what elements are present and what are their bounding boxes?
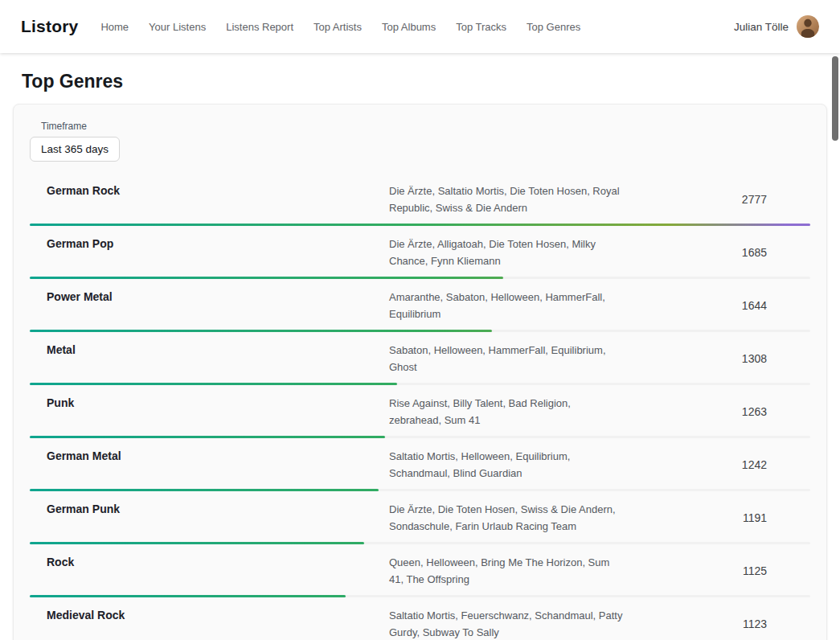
genre-artists: Saltatio Mortis, Feuerschwanz, Schandmau… <box>389 607 624 640</box>
genre-bar-fill <box>30 489 379 491</box>
genre-name: Metal <box>30 342 389 356</box>
page-scrollbar-thumb[interactable] <box>832 56 838 141</box>
genre-row-content: Power Metal Amaranthe, Sabaton, Hellowee… <box>30 289 810 322</box>
nav-item-top-albums[interactable]: Top Albums <box>382 21 436 33</box>
genre-row-german-metal: German Metal Saltatio Mortis, Helloween,… <box>30 448 810 491</box>
listen-count: 1263 <box>666 405 810 418</box>
genre-artists: Die Ärzte, Saltatio Mortis, Die Toten Ho… <box>389 183 624 216</box>
nav-item-your-listens[interactable]: Your Listens <box>149 21 206 33</box>
user-menu[interactable]: Julian Tölle <box>734 15 819 38</box>
genre-name: German Rock <box>30 183 389 197</box>
genre-bar-fill <box>30 224 810 226</box>
listen-count: 1685 <box>666 246 810 259</box>
genre-bar-track <box>30 489 810 491</box>
genre-bar-track <box>30 542 810 544</box>
genre-artists: Sabaton, Helloween, HammerFall, Equilibr… <box>389 342 624 375</box>
genre-row-content: Punk Rise Against, Billy Talent, Bad Rel… <box>30 395 810 429</box>
genre-artists: Die Ärzte, Alligatoah, Die Toten Hosen, … <box>389 236 624 269</box>
genre-row-punk: Punk Rise Against, Billy Talent, Bad Rel… <box>30 395 810 438</box>
genre-bar-track <box>30 224 810 226</box>
genre-bar-fill <box>30 436 385 438</box>
app-logo[interactable]: Listory <box>21 17 78 36</box>
person-icon <box>797 15 819 38</box>
genre-row-power-metal: Power Metal Amaranthe, Sabaton, Hellowee… <box>30 289 810 332</box>
genre-row-german-punk: German Punk Die Ärzte, Die Toten Hosen, … <box>30 501 810 544</box>
genre-name: Rock <box>30 554 389 568</box>
genre-row-content: Medieval Rock Saltatio Mortis, Feuerschw… <box>30 607 810 640</box>
genre-bar-fill <box>30 330 492 332</box>
genre-artists: Saltatio Mortis, Helloween, Equilibrium,… <box>389 448 624 482</box>
listen-count: 1242 <box>666 458 810 471</box>
genre-name: Medieval Rock <box>30 607 389 622</box>
genre-artists: Die Ärzte, Die Toten Hosen, Swiss & Die … <box>389 501 624 535</box>
genre-name: German Pop <box>30 236 389 250</box>
genre-list: German Rock Die Ärzte, Saltatio Mortis, … <box>30 183 810 640</box>
genre-name: German Metal <box>30 448 389 462</box>
listen-count: 1125 <box>666 564 810 577</box>
genre-row-content: German Pop Die Ärzte, Alligatoah, Die To… <box>30 236 810 269</box>
genre-bar-fill <box>30 383 397 385</box>
timeframe-select[interactable]: Last 365 days <box>30 137 120 162</box>
page-title: Top Genres <box>22 71 840 92</box>
listen-count: 1308 <box>666 352 810 365</box>
genre-bar-track <box>30 383 810 385</box>
genre-name: Punk <box>30 395 389 409</box>
genre-artists: Queen, Helloween, Bring Me The Horizon, … <box>389 554 624 588</box>
nav-item-top-artists[interactable]: Top Artists <box>313 21 362 33</box>
top-genres-card: Timeframe Last 365 days German Rock Die … <box>13 104 827 640</box>
genre-bar-track <box>30 277 810 279</box>
genre-row-content: Metal Sabaton, Helloween, HammerFall, Eq… <box>30 342 810 375</box>
genre-row-german-pop: German Pop Die Ärzte, Alligatoah, Die To… <box>30 236 810 279</box>
genre-bar-track <box>30 330 810 332</box>
main-nav: HomeYour ListensListens ReportTop Artist… <box>100 21 580 33</box>
genre-row-content: Rock Queen, Helloween, Bring Me The Hori… <box>30 554 810 588</box>
genre-row-german-rock: German Rock Die Ärzte, Saltatio Mortis, … <box>30 183 810 226</box>
genre-bar-fill <box>30 595 346 597</box>
top-navbar: Listory HomeYour ListensListens ReportTo… <box>0 0 840 53</box>
listen-count: 2777 <box>666 193 810 206</box>
nav-item-top-tracks[interactable]: Top Tracks <box>456 21 506 33</box>
genre-artists: Amaranthe, Sabaton, Helloween, HammerFal… <box>389 289 624 322</box>
genre-bar-track <box>30 595 810 597</box>
genre-bar-track <box>30 436 810 438</box>
genre-row-rock: Rock Queen, Helloween, Bring Me The Hori… <box>30 554 810 597</box>
listen-count: 1644 <box>666 299 810 312</box>
genre-row-content: German Metal Saltatio Mortis, Helloween,… <box>30 448 810 482</box>
genre-bar-fill <box>30 277 503 279</box>
nav-item-listens-report[interactable]: Listens Report <box>226 21 293 33</box>
user-name: Julian Tölle <box>734 21 789 33</box>
genre-row-content: German Rock Die Ärzte, Saltatio Mortis, … <box>30 183 810 216</box>
genre-name: German Punk <box>30 501 389 515</box>
listen-count: 1191 <box>666 511 810 524</box>
genre-row-content: German Punk Die Ärzte, Die Toten Hosen, … <box>30 501 810 535</box>
genre-name: Power Metal <box>30 289 389 303</box>
listen-count: 1123 <box>666 617 810 630</box>
genre-artists: Rise Against, Billy Talent, Bad Religion… <box>389 395 624 429</box>
genre-row-medieval-rock: Medieval Rock Saltatio Mortis, Feuerschw… <box>30 607 810 640</box>
user-avatar[interactable] <box>797 15 819 38</box>
genre-row-metal: Metal Sabaton, Helloween, HammerFall, Eq… <box>30 342 810 385</box>
nav-item-top-genres[interactable]: Top Genres <box>527 21 580 33</box>
nav-item-home[interactable]: Home <box>100 21 129 33</box>
timeframe-label: Timeframe <box>41 121 810 132</box>
genre-bar-fill <box>30 542 364 544</box>
